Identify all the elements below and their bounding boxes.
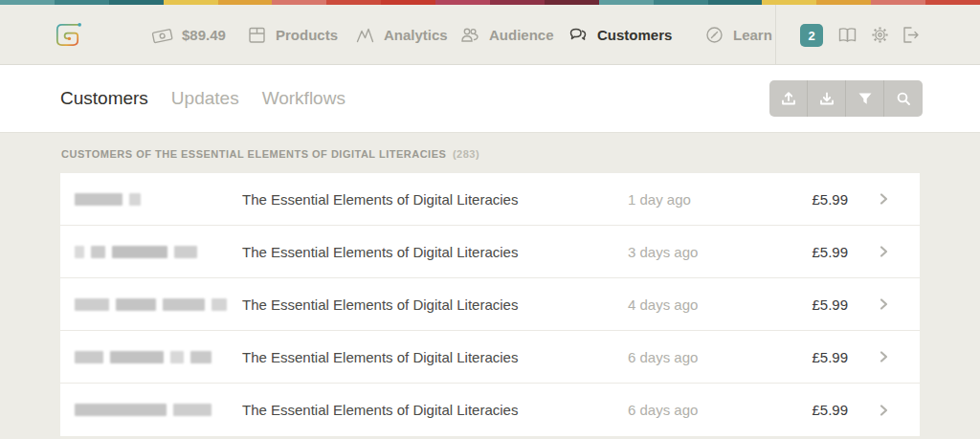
nav-balance-label: $89.49 [182, 27, 226, 43]
nav-item-customers[interactable]: Customers [568, 5, 672, 65]
tab-updates[interactable]: Updates [171, 88, 239, 109]
redacted-block [91, 246, 105, 258]
download-icon [817, 89, 836, 108]
section-count: (283) [453, 148, 479, 160]
gumroad-logo-icon[interactable] [52, 19, 83, 51]
notification-badge[interactable]: 2 [800, 24, 823, 47]
tab-workflows[interactable]: Workflows [262, 88, 345, 109]
table-toolbar [769, 80, 923, 117]
nav-divider [775, 5, 776, 65]
purchase-time: 6 days ago [628, 349, 733, 365]
customer-name-redacted [60, 351, 242, 363]
product-name: The Essential Elements of Digital Litera… [242, 349, 628, 365]
people-icon [459, 25, 480, 46]
gear-icon[interactable] [869, 24, 891, 46]
chat-bubbles-icon [568, 25, 589, 46]
nav-balance[interactable]: $89.49 [151, 5, 226, 65]
nav-item-products[interactable]: Products [247, 5, 338, 65]
purchase-time: 1 day ago [628, 191, 733, 208]
purchase-price: £5.99 [733, 244, 848, 260]
search-icon [894, 89, 913, 108]
compass-icon [704, 25, 724, 45]
redacted-block [190, 351, 212, 363]
redacted-block [163, 298, 205, 311]
redacted-block [170, 351, 184, 363]
table-row[interactable]: The Essential Elements of Digital Litera… [60, 278, 920, 331]
section-header: CUSTOMERS OF THE ESSENTIAL ELEMENTS OF D… [61, 148, 920, 160]
nav-item-analytics[interactable]: Analytics [355, 5, 448, 65]
product-name: The Essential Elements of Digital Litera… [242, 244, 628, 260]
book-icon[interactable] [836, 24, 858, 46]
purchase-time: 4 days ago [628, 296, 733, 313]
table-row[interactable]: The Essential Elements of Digital Litera… [60, 173, 920, 226]
table-row[interactable]: The Essential Elements of Digital Litera… [60, 384, 920, 436]
chevron-right-icon [879, 404, 889, 417]
product-name: The Essential Elements of Digital Litera… [242, 191, 628, 208]
redacted-block [116, 298, 156, 311]
purchase-price: £5.99 [733, 191, 848, 208]
content-area: CUSTOMERS OF THE ESSENTIAL ELEMENTS OF D… [0, 133, 980, 436]
filter-icon [856, 89, 875, 108]
redacted-block [75, 298, 109, 311]
redacted-block [112, 246, 167, 258]
tab-bar: Customers Updates Workflows [0, 65, 980, 133]
purchase-time: 3 days ago [628, 244, 733, 260]
nav-item-label: Customers [597, 27, 672, 43]
redacted-block [174, 246, 197, 258]
nav-item-label: Audience [489, 27, 554, 43]
redacted-block [173, 404, 212, 416]
table-row[interactable]: The Essential Elements of Digital Litera… [60, 226, 920, 278]
customer-name-redacted [60, 193, 242, 206]
redacted-block [75, 193, 122, 206]
sign-out-icon[interactable] [900, 24, 922, 46]
box-icon [247, 25, 267, 45]
chevron-right-icon [879, 245, 889, 258]
redacted-block [75, 404, 167, 416]
purchase-price: £5.99 [733, 349, 848, 365]
chevron-right-icon [879, 297, 889, 311]
upload-button[interactable] [769, 80, 808, 117]
peaks-icon [355, 25, 375, 45]
notification-count: 2 [808, 29, 814, 43]
nav-item-learn[interactable]: Learn [704, 5, 772, 65]
table-row[interactable]: The Essential Elements of Digital Litera… [60, 331, 920, 384]
top-navigation: $89.49 Products Analytics Audience Custo… [0, 5, 980, 65]
redacted-block [212, 298, 227, 311]
purchase-price: £5.99 [733, 296, 848, 313]
search-button[interactable] [884, 80, 923, 117]
purchase-time: 6 days ago [628, 402, 733, 418]
product-name: The Essential Elements of Digital Litera… [242, 402, 628, 418]
chevron-right-icon [879, 350, 889, 363]
product-name: The Essential Elements of Digital Litera… [242, 296, 628, 313]
download-button[interactable] [808, 80, 846, 117]
redacted-block [75, 351, 103, 363]
redacted-block [75, 246, 84, 258]
redacted-block [129, 193, 141, 206]
purchase-price: £5.99 [733, 402, 848, 418]
chevron-right-icon [879, 192, 889, 206]
nav-item-audience[interactable]: Audience [459, 5, 554, 65]
redacted-block [110, 351, 164, 363]
customer-name-redacted [60, 298, 242, 311]
nav-item-label: Analytics [384, 27, 448, 43]
nav-item-label: Learn [733, 27, 772, 43]
section-title: CUSTOMERS OF THE ESSENTIAL ELEMENTS OF D… [61, 148, 446, 160]
banknote-icon [151, 24, 173, 46]
customer-name-redacted [60, 246, 242, 258]
filter-button[interactable] [846, 80, 884, 117]
upload-icon [779, 89, 798, 108]
nav-item-label: Products [276, 27, 338, 43]
customer-name-redacted [60, 404, 242, 416]
tab-customers[interactable]: Customers [60, 88, 148, 109]
tabs: Customers Updates Workflows [60, 65, 345, 132]
customer-table: The Essential Elements of Digital Litera… [60, 173, 920, 436]
